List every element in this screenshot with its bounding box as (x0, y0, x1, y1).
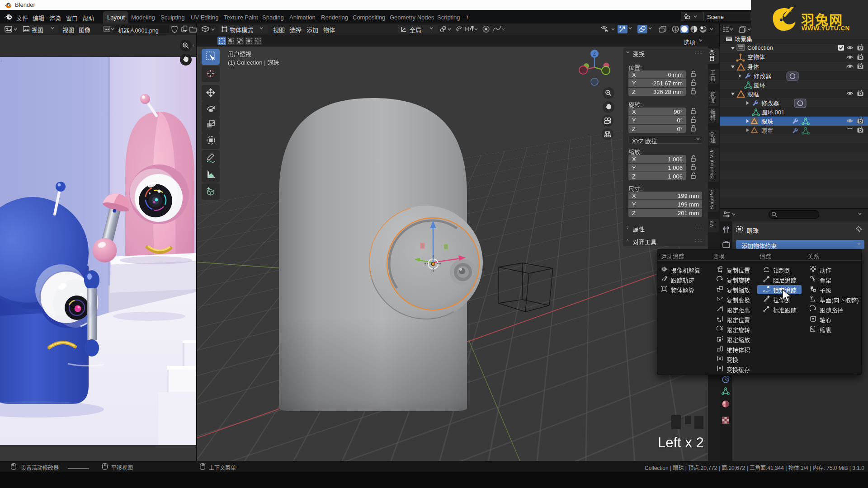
svg-text:场景集: 场景集 (735, 36, 752, 42)
svg-text:修改器: 修改器 (761, 100, 779, 107)
svg-text:空物体: 空物体 (747, 54, 765, 61)
svg-text:圆环.001: 圆环.001 (761, 109, 784, 116)
svg-text:x: x (718, 297, 721, 301)
svg-text:眼罩: 眼罩 (761, 127, 773, 134)
svg-text:眼眶: 眼眶 (747, 91, 759, 98)
svg-text:身体: 身体 (747, 63, 759, 70)
svg-text:圆环: 圆环 (754, 82, 765, 89)
svg-text:修改器: 修改器 (754, 73, 771, 80)
svg-text:Collection: Collection (747, 44, 773, 51)
svg-text:眼珠: 眼珠 (761, 118, 773, 125)
svg-text:Z: Z (593, 52, 596, 56)
